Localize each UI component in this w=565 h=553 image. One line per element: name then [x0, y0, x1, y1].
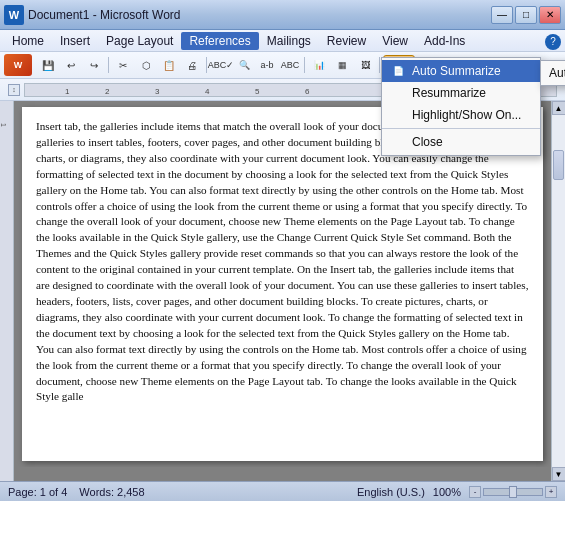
scroll-thumb[interactable]	[553, 150, 564, 180]
zoom-slider-thumb[interactable]	[509, 486, 517, 498]
resummarize-label: Resummarize	[412, 86, 486, 100]
save-button[interactable]: 💾	[37, 55, 59, 75]
zoom-slider[interactable]	[483, 488, 543, 496]
cut-button[interactable]: ✂	[112, 55, 134, 75]
status-lang: English (U.S.)	[357, 486, 425, 498]
status-bar: Page: 1 of 4 Words: 2,458 English (U.S.)…	[0, 481, 565, 501]
office-button[interactable]: W	[4, 54, 32, 76]
zoom-controls: - +	[469, 486, 557, 498]
document-text: Insert tab, the galleries include items …	[36, 119, 529, 405]
status-page: Page: 1 of 4	[8, 486, 67, 498]
dropdown-item-close[interactable]: Close	[382, 131, 540, 153]
dropdown-item-resummarize[interactable]: Resummarize	[382, 82, 540, 104]
ruler-corner-icon: ↕	[12, 86, 16, 93]
maximize-button[interactable]: □	[515, 6, 537, 24]
help-icon[interactable]: ?	[545, 31, 561, 50]
menu-insert[interactable]: Insert	[52, 32, 98, 50]
zoom-in-button[interactable]: +	[545, 486, 557, 498]
ruler-1: 1	[65, 87, 69, 96]
dropdown-menu: 📄 Auto Summarize AutoSummarize Dialog	[381, 57, 541, 156]
toolbar-sep-3	[304, 57, 305, 73]
ruler-3: 3	[155, 87, 159, 96]
spellcheck-button[interactable]: ABC✓	[210, 55, 232, 75]
copy-button[interactable]: ⬡	[135, 55, 157, 75]
image-button[interactable]: 🖼	[354, 55, 376, 75]
title-bar-controls: — □ ✕	[491, 6, 561, 24]
ruler-4: 4	[205, 87, 209, 96]
toolbar-row-1: W 💾 ↩ ↪ ✂ ⬡ 📋 🖨 ABC✓ 🔍 a-b ABC 📊 ▦ 🖼 📄 ▼	[0, 52, 565, 78]
chart-button[interactable]: 📊	[308, 55, 330, 75]
title-bar: W Document1 - Microsoft Word — □ ✕	[0, 0, 565, 30]
resummarize-icon	[390, 85, 406, 101]
menu-page-layout[interactable]: Page Layout	[98, 32, 181, 50]
close-label: Close	[412, 135, 443, 149]
autosummarize-menu-label: Auto Summarize	[412, 64, 501, 78]
status-zoom: 100%	[433, 486, 461, 498]
document-content-wrap: Insert tab, the galleries include items …	[14, 101, 551, 481]
ruler-6: 6	[305, 87, 309, 96]
undo-button[interactable]: ↩	[60, 55, 82, 75]
dropdown-item-highlight[interactable]: Highlight/Show On...	[382, 104, 540, 126]
print-button[interactable]: 🖨	[181, 55, 203, 75]
toolbar-sep-1	[108, 57, 109, 73]
close-button[interactable]: ✕	[539, 6, 561, 24]
autosummarize-dropdown-menu: 📄 Auto Summarize AutoSummarize Dialog	[381, 57, 541, 156]
paste-button[interactable]: 📋	[158, 55, 180, 75]
hyphenation-button[interactable]: a-b	[256, 55, 278, 75]
research-button[interactable]: 🔍	[233, 55, 255, 75]
ruler-2: 2	[105, 87, 109, 96]
title-bar-text: Document1 - Microsoft Word	[28, 8, 181, 22]
toolbar-area: W 💾 ↩ ↪ ✂ ⬡ 📋 🖨 ABC✓ 🔍 a-b ABC 📊 ▦ 🖼 📄 ▼	[0, 52, 565, 79]
scroll-up-button[interactable]: ▲	[552, 101, 566, 115]
submenu-label-dialog: AutoSummarize Dialog	[549, 66, 565, 80]
redo-button[interactable]: ↪	[83, 55, 105, 75]
document-page[interactable]: Insert tab, the galleries include items …	[22, 107, 543, 461]
title-bar-left: W Document1 - Microsoft Word	[4, 5, 181, 25]
vertical-ruler: 1 2 3 4 5	[0, 101, 14, 481]
menu-references[interactable]: References	[181, 32, 258, 50]
ruler-corner[interactable]: ↕	[8, 84, 20, 96]
table-button[interactable]: ▦	[331, 55, 353, 75]
dropdown-item-autosummarize[interactable]: 📄 Auto Summarize AutoSummarize Dialog	[382, 60, 540, 82]
zoom-out-button[interactable]: -	[469, 486, 481, 498]
autosummarize-menu-icon: 📄	[390, 63, 406, 79]
close-menu-icon	[390, 134, 406, 150]
word-icon: W	[4, 5, 24, 25]
menu-review[interactable]: Review	[319, 32, 374, 50]
scrollbar-vertical[interactable]: ▲ ▼	[551, 101, 565, 481]
ruler-5: 5	[255, 87, 259, 96]
highlight-label: Highlight/Show On...	[412, 108, 521, 122]
status-words: Words: 2,458	[79, 486, 144, 498]
menu-bar: Home Insert Page Layout References Maili…	[0, 30, 565, 52]
document-area: 1 2 3 4 5 Insert tab, the galleries incl…	[0, 101, 565, 481]
menu-view[interactable]: View	[374, 32, 416, 50]
autosummarize-submenu: AutoSummarize Dialog	[540, 60, 565, 86]
autosummarize-dropdown-area: 📄 ▼ 📄 Auto Summarize AutoSum	[383, 55, 415, 75]
menu-addins[interactable]: Add-Ins	[416, 32, 473, 50]
toolbar-sep-4	[379, 57, 380, 73]
scroll-down-button[interactable]: ▼	[552, 467, 566, 481]
translate-button[interactable]: ABC	[279, 55, 301, 75]
minimize-button[interactable]: —	[491, 6, 513, 24]
scroll-track	[552, 115, 565, 467]
status-right: English (U.S.) 100% - +	[357, 486, 557, 498]
highlight-icon	[390, 107, 406, 123]
menu-mailings[interactable]: Mailings	[259, 32, 319, 50]
menu-home[interactable]: Home	[4, 32, 52, 50]
submenu-item-dialog[interactable]: AutoSummarize Dialog	[541, 63, 565, 83]
dropdown-separator	[382, 128, 540, 129]
